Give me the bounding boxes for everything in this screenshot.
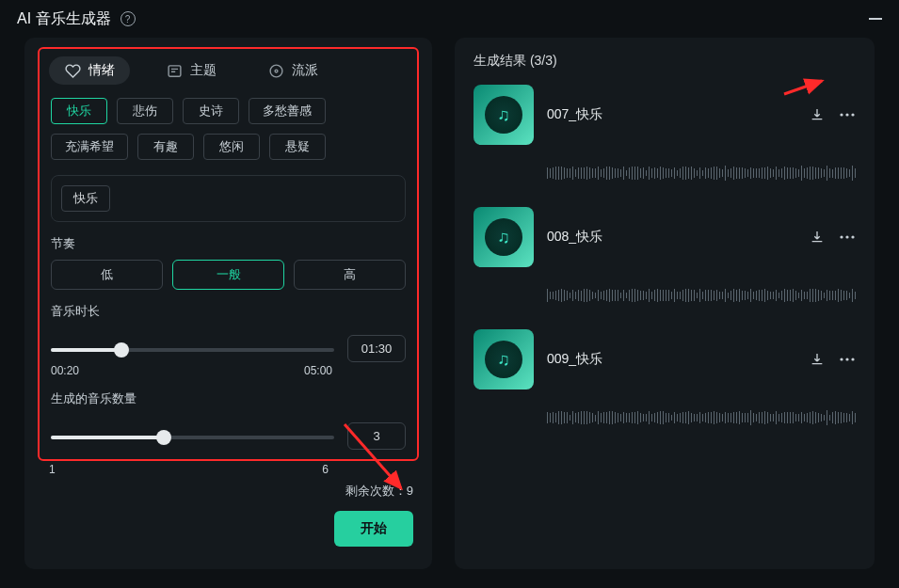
svg-point-8 xyxy=(845,235,848,238)
waveform[interactable] xyxy=(547,406,856,429)
svg-point-7 xyxy=(840,235,843,238)
duration-slider-fill xyxy=(51,348,121,352)
count-slider-thumb[interactable] xyxy=(156,430,171,445)
duration-value-badge: 01:30 xyxy=(347,335,406,362)
svg-point-10 xyxy=(840,358,843,360)
count-value-badge: 3 xyxy=(347,422,406,450)
left-footer: 剩余次数：9 开始 xyxy=(334,483,413,547)
app-title: AI 音乐生成器 xyxy=(17,9,111,29)
count-slider[interactable] xyxy=(51,436,334,439)
result-thumbnail[interactable]: ♫ xyxy=(474,329,534,389)
result-head: ♫ 009_快乐 xyxy=(474,329,856,389)
result-actions xyxy=(809,106,856,123)
count-min: 1 xyxy=(49,463,56,476)
tempo-segmented: 低 一般 高 xyxy=(40,260,417,290)
waveform[interactable] xyxy=(547,162,856,184)
generator-panel: 情绪 主题 流派 快乐 悲伤 史诗 xyxy=(24,38,432,569)
duration-max: 05:00 xyxy=(304,364,332,377)
count-legend: 1 6 xyxy=(43,461,413,476)
mood-chip-happy[interactable]: 快乐 xyxy=(51,98,107,124)
duration-slider[interactable] xyxy=(51,348,334,352)
tempo-low[interactable]: 低 xyxy=(51,260,163,290)
result-name: 009_快乐 xyxy=(547,351,795,368)
svg-point-1 xyxy=(270,65,282,77)
mood-chip-epic[interactable]: 史诗 xyxy=(183,98,239,124)
highlight-box: 情绪 主题 流派 快乐 悲伤 史诗 xyxy=(38,47,419,461)
titlebar: AI 音乐生成器 ? xyxy=(0,0,899,38)
download-icon[interactable] xyxy=(809,106,826,123)
result-item: ♫ 007_快乐 xyxy=(474,85,856,184)
remaining-prefix: 剩余次数： xyxy=(345,484,407,498)
mood-chip-senti[interactable]: 多愁善感 xyxy=(249,98,326,124)
minimize-icon[interactable] xyxy=(869,18,882,20)
disc-icon: ♫ xyxy=(485,218,522,256)
selected-tag[interactable]: 快乐 xyxy=(61,185,110,212)
result-head: ♫ 007_快乐 xyxy=(474,85,856,145)
remaining-count: 剩余次数：9 xyxy=(345,483,413,500)
svg-point-4 xyxy=(840,113,843,116)
result-head: ♫ 008_快乐 xyxy=(474,207,856,267)
duration-label: 音乐时长 xyxy=(51,303,406,320)
tab-theme[interactable]: 主题 xyxy=(151,56,232,85)
music-note-icon: ♫ xyxy=(497,350,510,370)
disc-icon xyxy=(267,62,284,79)
more-icon[interactable] xyxy=(839,229,856,246)
result-thumbnail[interactable]: ♫ xyxy=(474,85,534,145)
duration-slider-row: 01:30 xyxy=(40,327,417,362)
result-item: ♫ 008_快乐 xyxy=(474,207,856,307)
category-tabs: 情绪 主题 流派 xyxy=(40,56,417,94)
svg-point-9 xyxy=(851,235,854,238)
list-icon xyxy=(166,62,183,79)
more-icon[interactable] xyxy=(839,351,856,368)
disc-icon: ♫ xyxy=(485,341,522,378)
results-title-prefix: 生成结果 xyxy=(474,53,530,68)
svg-point-5 xyxy=(845,113,848,116)
count-max: 6 xyxy=(322,463,329,476)
selected-tags-well: 快乐 xyxy=(51,175,406,222)
tab-genre-label: 流派 xyxy=(292,62,318,79)
mood-chip-fun[interactable]: 有趣 xyxy=(137,134,194,160)
tab-genre[interactable]: 流派 xyxy=(252,56,333,85)
remaining-value: 9 xyxy=(407,484,413,498)
content: 情绪 主题 流派 快乐 悲伤 史诗 xyxy=(0,38,899,588)
mood-chip-row: 快乐 悲伤 史诗 多愁善感 充满希望 有趣 悠闲 悬疑 xyxy=(40,94,417,164)
svg-point-12 xyxy=(851,358,854,360)
result-item: ♫ 009_快乐 xyxy=(474,329,856,429)
mood-chip-sad[interactable]: 悲伤 xyxy=(117,98,173,124)
start-button[interactable]: 开始 xyxy=(334,511,413,547)
duration-min: 00:20 xyxy=(51,364,79,377)
svg-point-11 xyxy=(845,358,848,360)
duration-legend: 00:20 05:00 xyxy=(40,362,417,377)
result-name: 007_快乐 xyxy=(547,106,795,123)
tempo-high[interactable]: 高 xyxy=(294,260,406,290)
download-icon[interactable] xyxy=(809,229,826,246)
waveform[interactable] xyxy=(547,284,856,307)
mood-chip-hopeful[interactable]: 充满希望 xyxy=(51,134,128,160)
music-note-icon: ♫ xyxy=(497,228,510,247)
results-title-count: (3/3) xyxy=(530,53,557,68)
result-actions xyxy=(809,351,856,368)
count-label: 生成的音乐数量 xyxy=(51,390,406,407)
more-icon[interactable] xyxy=(839,106,856,123)
duration-slider-thumb[interactable] xyxy=(114,342,129,358)
tab-mood-label: 情绪 xyxy=(88,62,115,79)
mood-chip-suspense[interactable]: 悬疑 xyxy=(269,134,326,160)
svg-point-6 xyxy=(851,113,854,116)
tempo-normal[interactable]: 一般 xyxy=(172,260,284,290)
count-slider-fill xyxy=(51,436,164,439)
tab-mood[interactable]: 情绪 xyxy=(49,56,130,85)
result-thumbnail[interactable]: ♫ xyxy=(474,207,534,267)
disc-icon: ♫ xyxy=(485,96,522,134)
music-note-icon: ♫ xyxy=(497,105,510,125)
help-icon[interactable]: ? xyxy=(120,11,136,26)
results-panel: 生成结果 (3/3) ♫ 007_快乐 xyxy=(455,38,875,569)
tab-theme-label: 主题 xyxy=(190,62,217,79)
heart-icon xyxy=(64,62,81,79)
mood-chip-relaxed[interactable]: 悠闲 xyxy=(203,134,260,160)
download-icon[interactable] xyxy=(809,351,826,368)
results-title: 生成结果 (3/3) xyxy=(474,53,856,70)
result-actions xyxy=(809,229,856,246)
tempo-label: 节奏 xyxy=(51,235,406,252)
result-name: 008_快乐 xyxy=(547,229,795,246)
count-slider-row: 3 xyxy=(40,415,417,450)
